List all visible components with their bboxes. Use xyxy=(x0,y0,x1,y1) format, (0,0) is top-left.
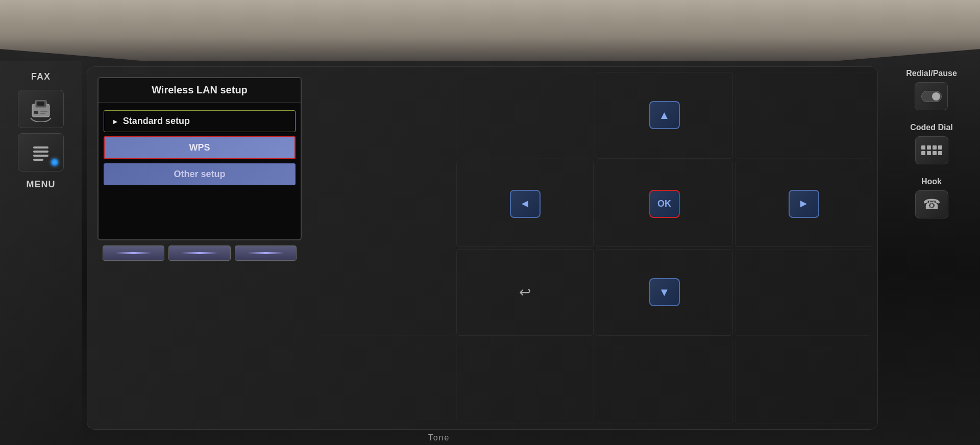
arrow-icon: ► xyxy=(112,117,119,126)
other-setup-label: Other setup xyxy=(174,169,225,180)
nav-cell-empty-r3c1 xyxy=(317,249,454,336)
right-button[interactable]: ► xyxy=(789,190,819,218)
nav-cell-empty-r1c4 xyxy=(735,72,872,159)
nav-cell-empty-r1c1 xyxy=(317,72,454,159)
fax-icon xyxy=(28,96,54,122)
right-panel: Redial/Pause Coded Dial xyxy=(883,61,980,445)
menu-item-other-setup[interactable]: Other setup xyxy=(104,163,296,185)
tone-label: Tone xyxy=(428,433,450,442)
screen-menu: ► Standard setup WPS Other setup xyxy=(99,103,301,239)
svg-rect-8 xyxy=(33,155,48,157)
svg-rect-9 xyxy=(33,159,43,161)
ok-label: OK xyxy=(657,199,671,209)
coded-dial-icon xyxy=(921,145,942,155)
nav-cell-back[interactable]: ↩ xyxy=(456,249,594,336)
list-icon xyxy=(31,142,51,163)
menu-label: MENU xyxy=(27,179,56,190)
main-control-area: Wireless LAN setup ► Standard setup WPS … xyxy=(87,66,878,430)
nav-cell-empty-r4c3 xyxy=(596,338,733,425)
soft-key-light-1 xyxy=(115,252,152,254)
svg-rect-6 xyxy=(33,146,48,149)
svg-rect-2 xyxy=(37,102,44,106)
nav-cell-up[interactable]: ▲ xyxy=(596,72,733,159)
soft-key-light-2 xyxy=(181,252,218,254)
down-button[interactable]: ▼ xyxy=(649,278,680,306)
device-panel: FAX MENU xyxy=(0,0,980,445)
menu-item-wps[interactable]: WPS xyxy=(104,136,296,159)
svg-rect-4 xyxy=(40,111,47,112)
tone-label-area: Tone xyxy=(0,433,878,442)
screen-title: Wireless LAN setup xyxy=(152,84,248,95)
nav-area: ▲ ◄ OK ► xyxy=(312,67,877,429)
soft-key-2[interactable] xyxy=(168,245,230,261)
left-panel: FAX MENU xyxy=(0,61,82,445)
nav-cell-right[interactable]: ► xyxy=(735,161,872,248)
redial-pause-button[interactable] xyxy=(915,82,948,110)
screen-area: Wireless LAN setup ► Standard setup WPS … xyxy=(87,67,312,429)
soft-keys-row xyxy=(97,245,302,266)
nav-cell-ok[interactable]: OK xyxy=(596,161,733,248)
ok-button[interactable]: OK xyxy=(649,190,680,218)
hook-group: Hook ☎ xyxy=(915,177,948,218)
back-button[interactable]: ↩ xyxy=(511,280,539,305)
soft-key-light-3 xyxy=(248,252,284,254)
coded-dial-button[interactable] xyxy=(915,136,948,164)
nav-cell-down[interactable]: ▼ xyxy=(596,249,733,336)
toggle-icon xyxy=(921,91,942,102)
lcd-screen: Wireless LAN setup ► Standard setup WPS … xyxy=(97,77,302,240)
redial-pause-label: Redial/Pause xyxy=(906,69,957,78)
screen-title-bar: Wireless LAN setup xyxy=(99,78,301,103)
paper-tray xyxy=(0,0,980,61)
up-arrow-icon: ▲ xyxy=(659,109,670,122)
wps-label: WPS xyxy=(189,142,210,153)
soft-key-3[interactable] xyxy=(235,245,297,261)
nav-cell-empty-r4c1 xyxy=(317,338,454,425)
nav-cell-empty-r2c1 xyxy=(317,161,454,248)
redial-group: Redial/Pause xyxy=(906,69,957,110)
svg-rect-7 xyxy=(33,151,48,153)
active-indicator xyxy=(51,159,58,166)
hook-button[interactable]: ☎ xyxy=(915,190,948,218)
nav-cell-empty-r4c4 xyxy=(735,338,872,425)
nav-cell-empty-r4c2 xyxy=(456,338,594,425)
menu-list-button[interactable] xyxy=(18,133,64,171)
standard-setup-label: Standard setup xyxy=(123,116,190,127)
fax-button[interactable] xyxy=(18,90,64,128)
svg-rect-5 xyxy=(40,113,45,114)
nav-cell-left[interactable]: ◄ xyxy=(456,161,594,248)
nav-cell-empty-r1c2 xyxy=(456,72,594,159)
coded-dial-label: Coded Dial xyxy=(910,123,953,132)
left-arrow-icon: ◄ xyxy=(520,197,531,210)
up-button[interactable]: ▲ xyxy=(649,101,680,129)
left-button[interactable]: ◄ xyxy=(510,190,541,218)
coded-dial-group: Coded Dial xyxy=(910,123,953,164)
nav-cell-empty-r3c4 xyxy=(735,249,872,336)
right-arrow-icon: ► xyxy=(798,197,810,210)
back-icon: ↩ xyxy=(519,284,531,301)
svg-rect-3 xyxy=(34,111,38,114)
hook-label: Hook xyxy=(921,177,942,186)
fax-label: FAX xyxy=(31,71,51,82)
menu-item-standard-setup[interactable]: ► Standard setup xyxy=(104,110,296,132)
soft-key-1[interactable] xyxy=(103,245,164,261)
hook-icon: ☎ xyxy=(923,196,941,213)
down-arrow-icon: ▼ xyxy=(659,286,670,299)
